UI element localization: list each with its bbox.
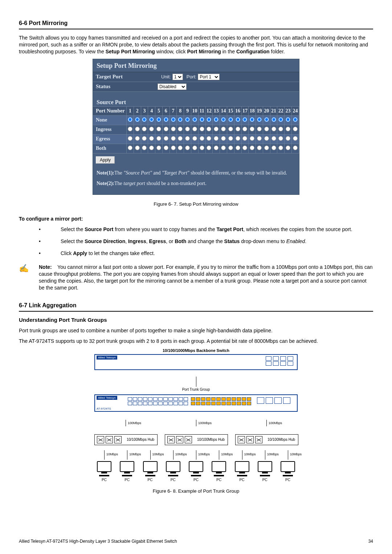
source-port-radio[interactable] <box>156 117 161 122</box>
source-port-radio[interactable] <box>128 127 132 131</box>
source-port-radio[interactable] <box>192 127 197 131</box>
source-port-radio[interactable] <box>271 127 276 131</box>
source-port-radio[interactable] <box>171 136 176 141</box>
source-port-radio[interactable] <box>192 136 197 141</box>
source-port-radio[interactable] <box>185 127 190 131</box>
source-port-radio[interactable] <box>228 127 233 131</box>
source-port-radio[interactable] <box>185 117 190 122</box>
source-port-radio[interactable] <box>278 117 283 122</box>
source-port-radio[interactable] <box>156 127 161 131</box>
source-port-radio[interactable] <box>236 136 240 141</box>
source-port-radio[interactable] <box>228 136 233 141</box>
source-port-radio[interactable] <box>192 117 197 122</box>
source-port-radio[interactable] <box>286 145 290 150</box>
source-port-radio[interactable] <box>221 127 226 131</box>
source-port-radio[interactable] <box>214 136 219 141</box>
source-port-radio[interactable] <box>278 136 283 141</box>
status-select[interactable]: Disabled <box>158 83 187 90</box>
source-port-radio[interactable] <box>286 136 290 141</box>
source-port-radio[interactable] <box>257 117 262 122</box>
source-port-radio[interactable] <box>257 145 262 150</box>
source-port-radio[interactable] <box>178 117 183 122</box>
source-port-radio[interactable] <box>142 145 147 150</box>
source-port-radio[interactable] <box>242 136 247 141</box>
source-port-radio[interactable] <box>171 117 176 122</box>
source-port-radio[interactable] <box>236 127 240 131</box>
source-port-radio[interactable] <box>271 145 276 150</box>
source-port-radio[interactable] <box>178 145 183 150</box>
source-port-radio[interactable] <box>214 127 219 131</box>
source-port-radio[interactable] <box>242 117 247 122</box>
source-port-radio[interactable] <box>135 136 140 141</box>
source-port-radio[interactable] <box>156 145 161 150</box>
source-port-radio[interactable] <box>257 127 262 131</box>
source-port-radio[interactable] <box>207 117 211 122</box>
unit-select[interactable]: 1 <box>172 74 183 80</box>
source-port-radio[interactable] <box>278 145 283 150</box>
source-port-radio[interactable] <box>149 127 154 131</box>
source-port-radio[interactable] <box>164 117 168 122</box>
apply-button[interactable]: Apply <box>96 156 115 164</box>
source-port-radio[interactable] <box>164 145 168 150</box>
source-port-radio[interactable] <box>264 127 269 131</box>
source-port-radio[interactable] <box>149 136 154 141</box>
source-port-radio[interactable] <box>271 117 276 122</box>
source-port-radio[interactable] <box>293 127 298 131</box>
source-port-radio[interactable] <box>156 136 161 141</box>
source-port-radio[interactable] <box>164 127 168 131</box>
source-port-radio[interactable] <box>271 136 276 141</box>
source-port-radio[interactable] <box>221 145 226 150</box>
source-port-radio[interactable] <box>250 145 254 150</box>
source-port-radio[interactable] <box>164 136 168 141</box>
source-port-radio[interactable] <box>200 127 204 131</box>
source-port-radio[interactable] <box>185 136 190 141</box>
source-port-radio[interactable] <box>128 145 132 150</box>
source-port-radio[interactable] <box>286 127 290 131</box>
source-port-radio[interactable] <box>228 145 233 150</box>
source-port-radio[interactable] <box>207 136 211 141</box>
source-port-radio[interactable] <box>221 117 226 122</box>
source-port-radio[interactable] <box>236 145 240 150</box>
source-port-radio[interactable] <box>214 117 219 122</box>
source-port-radio[interactable] <box>149 145 154 150</box>
source-port-radio[interactable] <box>185 145 190 150</box>
source-port-radio[interactable] <box>171 127 176 131</box>
source-port-radio[interactable] <box>207 127 211 131</box>
source-port-radio[interactable] <box>207 145 211 150</box>
source-port-radio[interactable] <box>293 145 298 150</box>
source-port-radio[interactable] <box>264 117 269 122</box>
source-port-radio[interactable] <box>192 145 197 150</box>
source-port-radio[interactable] <box>228 117 233 122</box>
source-port-radio[interactable] <box>149 117 154 122</box>
source-port-radio[interactable] <box>135 145 140 150</box>
source-port-radio[interactable] <box>250 136 254 141</box>
source-port-radio[interactable] <box>214 145 219 150</box>
source-port-radio[interactable] <box>236 117 240 122</box>
source-port-radio[interactable] <box>293 117 298 122</box>
source-port-radio[interactable] <box>278 127 283 131</box>
source-port-radio[interactable] <box>171 145 176 150</box>
source-port-radio[interactable] <box>286 117 290 122</box>
source-port-radio[interactable] <box>264 136 269 141</box>
source-port-radio[interactable] <box>200 145 204 150</box>
source-port-radio[interactable] <box>257 136 262 141</box>
source-port-radio[interactable] <box>142 127 147 131</box>
source-port-radio[interactable] <box>128 136 132 141</box>
source-port-radio[interactable] <box>264 145 269 150</box>
source-port-radio[interactable] <box>135 127 140 131</box>
source-port-radio[interactable] <box>178 136 183 141</box>
source-port-radio[interactable] <box>200 117 204 122</box>
source-port-radio[interactable] <box>178 127 183 131</box>
source-port-radio[interactable] <box>221 136 226 141</box>
source-port-radio[interactable] <box>250 127 254 131</box>
port-select[interactable]: Port 1 <box>198 74 220 80</box>
source-port-radio[interactable] <box>242 127 247 131</box>
source-port-radio[interactable] <box>135 117 140 122</box>
source-port-radio[interactable] <box>293 136 298 141</box>
source-port-radio[interactable] <box>200 136 204 141</box>
source-port-radio[interactable] <box>250 117 254 122</box>
source-port-radio[interactable] <box>128 117 132 122</box>
source-port-radio[interactable] <box>142 136 147 141</box>
source-port-radio[interactable] <box>242 145 247 150</box>
source-port-radio[interactable] <box>142 117 147 122</box>
